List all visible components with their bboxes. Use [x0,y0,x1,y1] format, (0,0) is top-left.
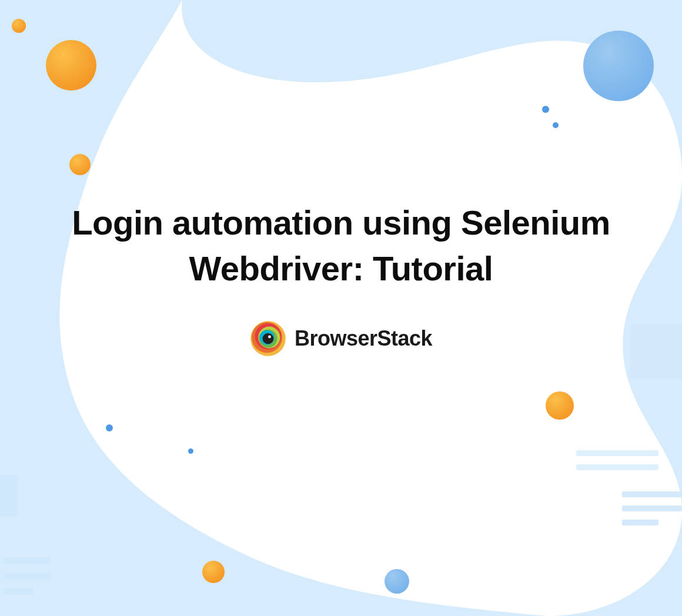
svg-point-8 [268,335,271,338]
blue-dot-1 [542,106,549,113]
svg-point-7 [263,333,274,344]
orange-circle-small-left [69,154,91,175]
main-content: Login automation using Selenium Webdrive… [0,200,682,359]
brand-name: BrowserStack [295,326,432,351]
page-title: Login automation using Selenium Webdrive… [0,200,682,292]
blue-dot-4 [188,448,193,454]
orange-circle-tiny-topleft [12,19,26,33]
decor-block-left [0,475,18,516]
blue-circle-large-topright [583,31,654,101]
blue-circle-bottom [385,569,409,594]
brand: BrowserStack [250,320,432,357]
browserstack-logo-icon [250,320,286,357]
blue-dot-2 [553,122,559,128]
decor-lines-left [4,557,51,595]
orange-circle-large [46,40,96,91]
orange-circle-bottom [202,561,225,583]
orange-circle-right [546,391,574,420]
decor-lines-right-1 [576,450,658,470]
blue-dot-3 [106,424,113,431]
decor-lines-right-2 [622,491,682,525]
